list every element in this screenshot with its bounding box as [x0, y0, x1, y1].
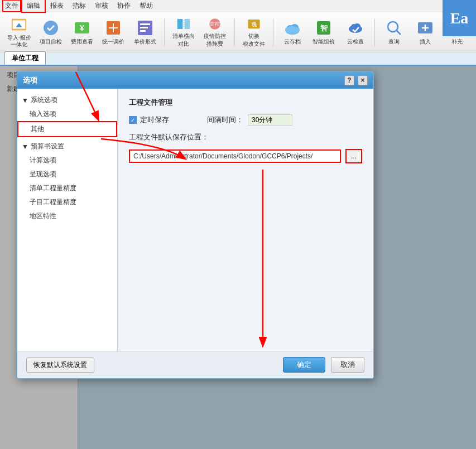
- toolbar-sep3: [273, 18, 273, 46]
- toolbar-price-form[interactable]: 单价形式: [131, 16, 160, 49]
- dialog-body: ▼ 系统选项 输入选项 其他 ▼ 预算书设置 计算选项 呈现选项 清单工程量精度…: [17, 89, 373, 351]
- browse-button[interactable]: ...: [345, 149, 362, 163]
- interval-select[interactable]: 30分钟 10分钟 20分钟 60分钟: [248, 114, 292, 125]
- svg-rect-12: [140, 30, 146, 32]
- menu-collaborate[interactable]: 协作: [113, 0, 135, 12]
- path-label-row: 工程文件默认保存位置：: [129, 132, 362, 142]
- toolbar-smart-price[interactable]: 智 智能组价: [309, 16, 338, 49]
- tree-other[interactable]: 其他: [17, 121, 117, 137]
- tab-unit-project[interactable]: 单位工程: [4, 51, 46, 65]
- svg-rect-14: [185, 19, 190, 29]
- tree-section-system[interactable]: ▼ 系统选项: [17, 93, 117, 107]
- svg-point-3: [44, 21, 58, 35]
- toolbar-sep1: [164, 18, 165, 46]
- toolbar-epidemic[interactable]: 防控 疫情防控措施费: [200, 16, 229, 49]
- dialog-close-btn[interactable]: ×: [358, 75, 368, 85]
- tree-calc-options[interactable]: 计算选项: [17, 153, 117, 167]
- tree-expand-icon: ▼: [22, 96, 28, 104]
- tree-expand-icon2: ▼: [22, 143, 28, 151]
- tree-display-options[interactable]: 呈现选项: [17, 167, 117, 181]
- menu-file[interactable]: 文件: [2, 0, 21, 12]
- svg-point-29: [388, 22, 398, 32]
- toolbar-sep4: [374, 18, 375, 46]
- autosave-checkbox-wrap: ✓ 定时保存: [129, 115, 169, 125]
- menu-indicator[interactable]: 指标: [68, 0, 90, 12]
- toolbar-compare[interactable]: 清单横向对比: [169, 16, 198, 49]
- autosave-label: 定时保存: [140, 115, 169, 125]
- options-dialog: 选项 ? × ▼ 系统选项 输入选项 其他: [17, 71, 374, 379]
- tree-item-precision[interactable]: 子目工程量精度: [17, 195, 117, 209]
- autosave-row: ✓ 定时保存 间隔时间： 30分钟 10分钟 20分钟 60分钟: [129, 114, 362, 125]
- interval-label: 间隔时间：: [207, 115, 243, 125]
- path-input[interactable]: [129, 149, 341, 163]
- ea-badge: Ea: [443, 0, 476, 36]
- footer-right-buttons: 确定 取消: [283, 357, 364, 373]
- dialog-tree: ▼ 系统选项 输入选项 其他 ▼ 预算书设置 计算选项 呈现选项 清单工程量精度…: [17, 89, 118, 351]
- toolbar-adjust[interactable]: 统一调价: [99, 16, 128, 49]
- path-input-row: ...: [129, 149, 362, 163]
- toolbar-sep2: [234, 18, 235, 46]
- dialog-titlebar: 选项 ? ×: [17, 72, 373, 89]
- autosave-checkbox[interactable]: ✓: [129, 116, 137, 124]
- menu-edit[interactable]: 编辑: [21, 0, 46, 13]
- toolbar-search[interactable]: 查询: [379, 16, 408, 49]
- svg-line-30: [397, 31, 401, 35]
- tree-list-precision[interactable]: 清单工程量精度: [17, 181, 117, 195]
- menu-report[interactable]: 报表: [46, 0, 68, 12]
- svg-text:¥: ¥: [80, 23, 84, 32]
- toolbar-import[interactable]: 导入·报价一体化: [4, 16, 33, 49]
- tree-input-options[interactable]: 输入选项: [17, 107, 117, 121]
- dialog-content: 工程文件管理 ✓ 定时保存 间隔时间： 30分钟 10分钟 20分钟: [118, 89, 373, 351]
- tree-section-budget[interactable]: ▼ 预算书设置: [17, 139, 117, 153]
- svg-point-23: [285, 26, 300, 34]
- ok-button[interactable]: 确定: [283, 357, 325, 373]
- tree-regional[interactable]: 地区特性: [17, 209, 117, 223]
- toolbar-tax[interactable]: 税 切换税改文件: [239, 16, 268, 49]
- cancel-button[interactable]: 取消: [331, 357, 364, 373]
- svg-text:税: 税: [251, 22, 257, 27]
- reset-defaults-button[interactable]: 恢复默认系统设置: [26, 358, 94, 373]
- toolbar-insert[interactable]: 插入: [411, 16, 440, 49]
- section-title: 工程文件管理: [129, 98, 362, 108]
- dialog-title: 选项: [23, 75, 37, 85]
- svg-rect-11: [140, 27, 148, 28]
- dialog-titlebar-buttons: ? ×: [344, 75, 368, 85]
- interval-select-wrap: 30分钟 10分钟 20分钟 60分钟: [248, 114, 292, 125]
- toolbar-cloud-check[interactable]: 云检查: [341, 16, 370, 49]
- path-label: 工程文件默认保存位置：: [129, 132, 209, 142]
- dialog-overlay: 选项 ? × ▼ 系统选项 输入选项 其他: [0, 66, 476, 449]
- svg-rect-13: [177, 19, 183, 29]
- toolbar: 导入·报价一体化 项目自检 ¥ 费用查看 统一调价 单价形式 清单横向对比 防控…: [0, 12, 476, 52]
- menu-bar: 文件 编辑 报表 指标 审核 协作 帮助 Ea: [0, 0, 476, 12]
- tab-row: 单位工程: [0, 52, 476, 66]
- dialog-footer: 恢复默认系统设置 确定 取消: [17, 351, 373, 378]
- toolbar-cloud-archive[interactable]: 云存档: [278, 16, 307, 49]
- toolbar-check[interactable]: 项目自检: [36, 16, 65, 49]
- dialog-help-btn[interactable]: ?: [344, 75, 354, 85]
- menu-audit[interactable]: 审核: [90, 0, 113, 12]
- svg-rect-10: [140, 23, 150, 25]
- svg-text:防控: 防控: [210, 21, 220, 27]
- svg-text:智: 智: [320, 24, 328, 32]
- menu-help[interactable]: 帮助: [135, 0, 157, 12]
- toolbar-cost[interactable]: ¥ 费用查看: [68, 16, 97, 49]
- content-area: 项目 新建 选项 ? × ▼ 系统选项: [0, 66, 476, 449]
- svg-point-28: [354, 23, 360, 29]
